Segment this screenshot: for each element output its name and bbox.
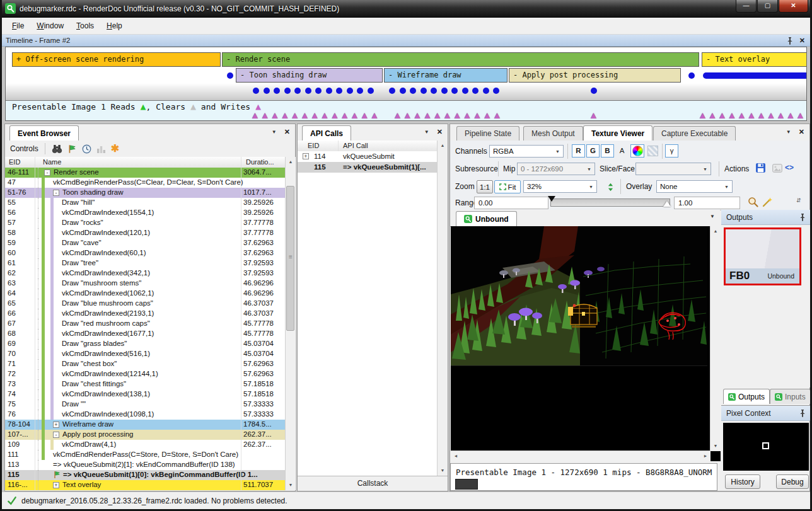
timeline-close-icon[interactable]: ✕ [799, 37, 805, 45]
api-calls-column-header[interactable]: EID API Call [298, 141, 437, 152]
tab-pipeline-state[interactable]: Pipeline State [456, 126, 519, 141]
event-row[interactable]: 111vkCmdEndRenderPass(C=Store, D=Store, … [5, 450, 285, 460]
timeline-event-dot[interactable] [253, 88, 259, 94]
timeline-event-dot[interactable] [336, 88, 342, 94]
timeline-event-dot[interactable] [294, 88, 301, 94]
viewport-vscrollbar[interactable]: ▲ ▼ [710, 226, 721, 451]
api-calls-close-icon[interactable]: ✕ [437, 128, 443, 136]
timeline-marker-bar[interactable]: - Render scene [222, 52, 699, 67]
menu-file[interactable]: File [6, 19, 30, 33]
usage-write-triangle[interactable]: ▲ [747, 111, 757, 119]
channel-green-toggle[interactable]: G [586, 144, 600, 158]
range-white-point-handle[interactable] [663, 201, 671, 207]
pin-icon[interactable] [787, 37, 793, 45]
open-custom-shader-icon[interactable]: <> [785, 163, 794, 172]
collapse-icon[interactable]: - [53, 190, 59, 196]
debug-button[interactable]: Debug [776, 474, 809, 489]
usage-write-triangle[interactable]: ▲ [737, 111, 746, 119]
event-row[interactable]: 51-76-Toon shading draw1017.7... [5, 188, 285, 198]
usage-write-triangle[interactable]: ▲ [330, 111, 339, 119]
channel-red-toggle[interactable]: R [572, 144, 585, 158]
inspector-menu-caret-icon[interactable]: ▼ [786, 129, 791, 135]
event-row[interactable]: 55Draw "hill"39.25926 [5, 198, 285, 208]
event-row[interactable]: 59Draw "cave"37.62963 [5, 238, 285, 248]
timeline-marker-bar[interactable]: - Apply post processing [509, 68, 681, 83]
outputs-header[interactable]: Outputs [721, 210, 810, 225]
jump-to-eid-flag-icon[interactable] [67, 144, 77, 154]
bookmark-asterisk-icon[interactable]: ✱ [111, 144, 119, 153]
timeline-event-dot[interactable] [591, 88, 597, 94]
usage-write-triangle[interactable]: ▲ [432, 111, 442, 119]
timeline-event-dot[interactable] [420, 88, 427, 94]
event-row[interactable]: 58vkCmdDrawIndexed(120,1)37.77778 [5, 228, 285, 238]
scroll-up-arrow[interactable]: ▲ [286, 157, 296, 167]
pin-icon[interactable] [799, 214, 806, 221]
event-row[interactable]: 60vkCmdDrawIndexed(60,1)37.62963 [5, 248, 285, 258]
pin-icon[interactable] [799, 410, 806, 417]
scroll-left-arrow[interactable]: ◄ [451, 451, 461, 461]
timeline-marker-bar[interactable]: - Wireframe draw [384, 68, 508, 83]
usage-write-triangle[interactable]: ▲ [757, 111, 766, 119]
auto-range-wand-icon[interactable] [762, 197, 773, 208]
event-browser-column-header[interactable]: EID Name Duratio... [5, 157, 295, 168]
timeline-event-dot[interactable] [347, 88, 353, 94]
usage-write-triangle[interactable]: ▲ [767, 111, 776, 119]
slice-face-select[interactable]: ▼ [635, 163, 711, 175]
timeline-marker-bar[interactable]: + Off-screen scene rendering [12, 52, 221, 67]
usage-write-triangle[interactable]: ▲ [453, 111, 462, 119]
tab-mesh-output[interactable]: Mesh Output [523, 126, 583, 141]
timeline-event-dot[interactable] [410, 88, 416, 94]
usage-write-triangle[interactable]: ▲ [260, 111, 270, 119]
event-row[interactable]: 107-...-Apply post processing262.37... [5, 430, 285, 440]
mip-select[interactable]: 0 - 1272x690▼ [517, 163, 595, 175]
overlay-select[interactable]: None▼ [656, 180, 733, 193]
tab-unbound-texture[interactable]: Unbound [456, 211, 517, 226]
event-row[interactable]: 67Draw "red mushroom caps"45.77778 [5, 319, 285, 329]
tab-api-calls[interactable]: API Calls [302, 125, 351, 141]
event-row[interactable]: 115=> vkQueueSubmit(1)[0]: vkBeginComman… [5, 470, 285, 480]
custom-display-colorwheel-icon[interactable] [630, 144, 644, 158]
timeline-panel-header[interactable]: Timeline - Frame #2 ✕ [2, 35, 810, 47]
timeline-marker-bar[interactable]: - Text overlay [702, 52, 807, 67]
timeline-event-dot[interactable] [274, 88, 280, 94]
timeline-marker-bar[interactable]: - Toon shading draw [236, 68, 383, 83]
timeline-event-dot[interactable] [472, 88, 478, 94]
tab-outputs[interactable]: Outputs [723, 389, 770, 404]
usage-write-triangle[interactable]: ▲ [310, 111, 320, 119]
timeline-event-dot[interactable] [483, 88, 489, 94]
event-row[interactable]: 62vkCmdDrawIndexed(342,1)37.92593 [5, 268, 285, 278]
inspector-close-icon[interactable]: ✕ [799, 128, 804, 136]
event-browser-vscrollbar[interactable]: ▲ ▼ [285, 157, 296, 490]
zoom-fit-button[interactable]: Fit [494, 180, 521, 193]
usage-write-triangle[interactable]: ▲ [472, 111, 482, 119]
time-durations-clock-icon[interactable] [82, 144, 91, 154]
usage-write-triangle[interactable]: ▲ [250, 111, 260, 119]
callstack-bar[interactable]: Callstack [298, 476, 448, 491]
history-button[interactable]: History [725, 474, 760, 489]
usage-write-triangle[interactable]: ▲ [340, 111, 349, 119]
pixel-context-header[interactable]: Pixel Context [721, 406, 810, 421]
timeline-event-dot[interactable] [493, 88, 499, 94]
event-row[interactable]: 75Draw ""57.33333 [5, 399, 285, 410]
range-min-field[interactable]: 0.00 [474, 197, 548, 209]
timeline-event-dot[interactable] [462, 88, 468, 94]
usage-write-triangle[interactable]: ▲ [482, 111, 492, 119]
scroll-up-arrow[interactable]: ▲ [438, 141, 448, 151]
usage-write-triangle[interactable]: ▲ [786, 111, 796, 119]
usage-write-triangle[interactable]: ▲ [280, 111, 289, 119]
usage-write-triangle[interactable]: ▲ [492, 111, 502, 119]
timeline-event-dot[interactable] [326, 88, 332, 94]
event-row[interactable]: 74vkCmdDrawIndexed(138,1)57.18518 [5, 389, 285, 399]
minimize-button[interactable]: — [736, 0, 757, 13]
event-row[interactable]: 63Draw "mushroom stems"46.96296 [5, 278, 285, 289]
zoom-1-1-button[interactable]: 1:1 [477, 180, 493, 193]
usage-write-triangle[interactable]: ▲ [350, 111, 359, 119]
event-row[interactable]: 73Draw "chest fittings"57.18518 [5, 379, 285, 389]
event-row[interactable]: 72vkCmdDrawIndexed(12144,1)57.62963 [5, 369, 285, 379]
range-slider[interactable] [550, 198, 670, 207]
event-row[interactable]: 76vkCmdDrawIndexed(1098,1)57.33333 [5, 410, 285, 420]
api-calls-vscrollbar[interactable]: ▲ ▼ [437, 141, 448, 476]
collapse-icon[interactable]: - [53, 432, 59, 438]
open-texture-list-icon[interactable] [772, 164, 782, 173]
event-browser-close-icon[interactable]: ✕ [284, 128, 290, 136]
